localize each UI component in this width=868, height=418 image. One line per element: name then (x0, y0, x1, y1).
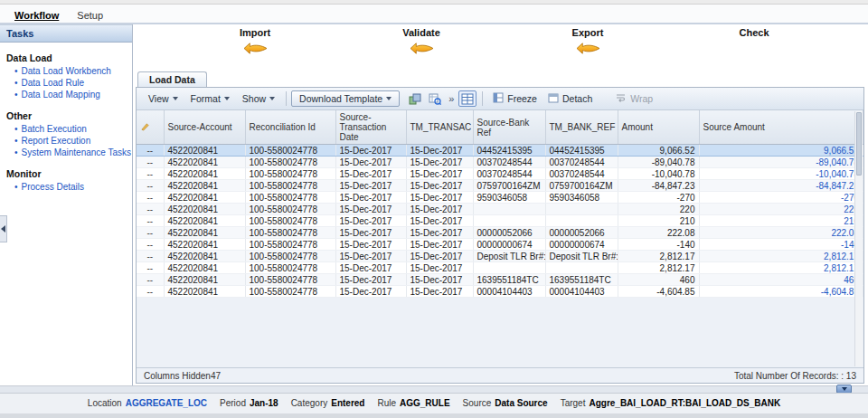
column-header-source-amount[interactable]: Source Amount (699, 110, 863, 145)
cell-2: 100-5580024778 (245, 251, 335, 262)
chevron-down-icon (173, 97, 178, 100)
freeze-label: Freeze (507, 93, 537, 104)
cell-7: -270 (618, 192, 699, 204)
cell-0: -- (137, 215, 164, 227)
load-data-grid: Source-AccountReconciliation IdSource-Tr… (137, 110, 863, 298)
cell-3: 15-Dec-2017 (335, 145, 406, 157)
sidebar-item-data-load-workbench[interactable]: •Data Load Workbench (0, 65, 132, 77)
bottom-splitter (0, 385, 868, 393)
view-menu-button[interactable]: View (142, 91, 184, 106)
column-header-row-selector[interactable] (137, 110, 164, 145)
cell-2: 100-5580024778 (245, 168, 335, 180)
cell-3: 15-Dec-2017 (335, 251, 406, 262)
cell-7: -10,040.78 (618, 168, 699, 180)
workflow-step-import[interactable]: Import (172, 27, 338, 71)
cell-2: 100-5580024778 (245, 192, 335, 204)
column-header-tm-bank-ref[interactable]: TM_BANK_REF (545, 110, 618, 145)
download-template-button[interactable]: Download Template (291, 90, 400, 107)
cell-6: 9590346058 (545, 192, 618, 204)
scrollbar-thumb[interactable] (856, 112, 862, 176)
table-row[interactable]: --4522020841100-558002477815-Dec-201715-… (137, 227, 863, 239)
cell-1: 4522020841 (164, 262, 245, 274)
table-row[interactable]: --4522020841100-558002477815-Dec-201715-… (137, 215, 863, 227)
cell-6: 00370248544 (545, 157, 618, 168)
sidebar-section-monitor: Monitor•Process Details (0, 166, 132, 193)
table-row[interactable]: --4522020841100-558002477815-Dec-201715-… (137, 192, 863, 204)
freeze-button[interactable]: Freeze (487, 90, 542, 107)
workflow-step-label: Import (172, 27, 338, 38)
table-row[interactable]: --4522020841100-558002477815-Dec-201715-… (137, 180, 863, 192)
cell-1: 4522020841 (164, 145, 245, 157)
toolbar-overflow-chevron[interactable]: » (445, 93, 458, 104)
cell-7: 222.08 (618, 227, 699, 239)
cell-6 (545, 262, 618, 274)
fish-icon[interactable] (505, 41, 671, 57)
fish-icon[interactable] (338, 41, 505, 57)
toolbar-separator (286, 91, 287, 106)
table-row[interactable]: --4522020841100-558002477815-Dec-201715-… (137, 168, 863, 180)
cell-0: -- (137, 274, 164, 286)
status-location: LocationAGGREGATE_LOC (88, 398, 207, 408)
sidebar-item-label: System Maintenance Tasks (22, 147, 132, 157)
table-row[interactable]: --4522020841100-558002477815-Dec-201715-… (137, 274, 863, 286)
cell-6: 00370248544 (545, 168, 618, 180)
column-header-tm-transac[interactable]: TM_TRANSAC (406, 110, 473, 145)
status-source: SourceData Source (463, 398, 548, 408)
table-row[interactable]: --4522020841100-558002477815-Dec-201715-… (137, 251, 863, 262)
tab-setup[interactable]: Setup (68, 7, 112, 23)
cell-6: 00000052066 (545, 227, 618, 239)
sidebar-item-system-maintenance-tasks[interactable]: •System Maintenance Tasks (0, 147, 132, 158)
cell-3: 15-Dec-2017 (335, 192, 406, 204)
cell-5: 9590346058 (473, 192, 545, 204)
query-by-example-icon[interactable] (426, 90, 444, 107)
panel-empty-area (137, 298, 863, 367)
tab-load-data[interactable]: Load Data (137, 71, 207, 87)
cell-5 (473, 262, 545, 274)
fish-icon[interactable] (172, 41, 338, 57)
workflow-step-validate[interactable]: Validate (338, 27, 505, 71)
table-row[interactable]: --4522020841100-558002477815-Dec-201715-… (137, 286, 863, 298)
cell-5: 00000000674 (473, 239, 545, 251)
sidebar-item-data-load-rule[interactable]: •Data Load Rule (0, 77, 132, 89)
sidebar-item-batch-execution[interactable]: •Batch Execution (0, 123, 132, 135)
sidebar-item-process-details[interactable]: •Process Details (0, 181, 132, 193)
table-row[interactable]: --4522020841100-558002477815-Dec-201715-… (137, 157, 863, 168)
format-menu-button[interactable]: Format (184, 91, 236, 106)
column-header-source-bank-ref[interactable]: Source-Bank Ref (473, 110, 545, 145)
workflow-step-export[interactable]: Export (505, 27, 671, 71)
column-header-reconciliation-id[interactable]: Reconciliation Id (245, 110, 335, 145)
column-header-source-account[interactable]: Source-Account (164, 110, 245, 145)
bullet-icon: • (14, 147, 18, 157)
column-header-amount[interactable]: Amount (618, 110, 699, 145)
cell-8: -10,040.78 (699, 168, 863, 180)
cell-6: 1639551184TC (545, 274, 618, 286)
table-row[interactable]: --4522020841100-558002477815-Dec-201715-… (137, 145, 863, 157)
cell-7: 210 (618, 215, 699, 227)
export-to-excel-icon[interactable] (406, 90, 424, 107)
sidebar-section-title: Data Load (0, 51, 132, 65)
sidebar-item-report-execution[interactable]: •Report Execution (0, 135, 132, 147)
column-header-source-transaction-date[interactable]: Source-Transaction Date (335, 110, 406, 145)
tasks-panel-header[interactable]: Tasks (0, 24, 132, 43)
workflow-step-check[interactable]: Check (671, 27, 837, 71)
sidebar-collapse-arrow[interactable] (0, 215, 7, 242)
data-grid-view-icon[interactable] (458, 90, 476, 107)
detach-button[interactable]: Detach (542, 90, 598, 107)
tab-workflow[interactable]: Workflow (5, 7, 68, 23)
show-menu-button[interactable]: Show (236, 91, 281, 106)
cell-5: 0759700164ZM (473, 180, 545, 192)
table-row[interactable]: --4522020841100-558002477815-Dec-201715-… (137, 262, 863, 274)
cell-0: -- (137, 192, 164, 204)
sidebar-item-data-load-mapping[interactable]: •Data Load Mapping (0, 89, 132, 100)
table-scrollbar[interactable] (854, 111, 863, 366)
chevron-down-icon (386, 97, 392, 100)
sidebar-section-data-load: Data Load•Data Load Workbench•Data Load … (0, 51, 132, 100)
cell-0: -- (137, 157, 164, 168)
cell-2: 100-5580024778 (245, 227, 335, 239)
table-row[interactable]: --4522020841100-558002477815-Dec-201715-… (137, 204, 863, 215)
table-row[interactable]: --4522020841100-558002477815-Dec-201715-… (137, 239, 863, 251)
cell-1: 4522020841 (164, 168, 245, 180)
cell-1: 4522020841 (164, 227, 245, 239)
bullet-icon: • (14, 90, 18, 100)
show-menu-label: Show (242, 93, 266, 104)
